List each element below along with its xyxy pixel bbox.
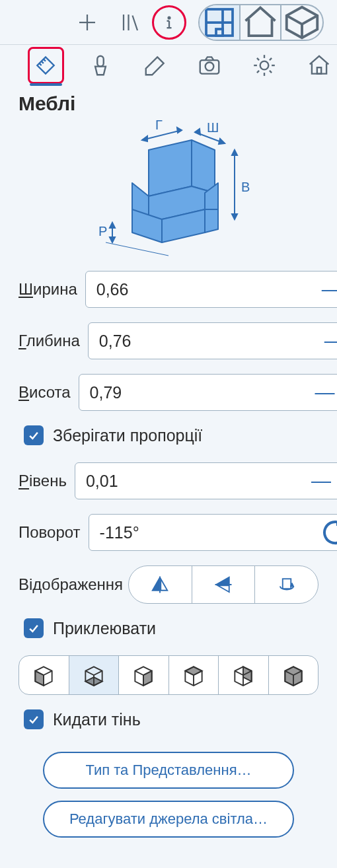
top-toolbar bbox=[0, 0, 337, 45]
rotate-input[interactable] bbox=[89, 514, 337, 551]
svg-marker-37 bbox=[205, 209, 218, 233]
svg-text:Ш: Ш bbox=[207, 120, 219, 135]
mirror-group bbox=[128, 565, 318, 604]
minus-icon[interactable]: — bbox=[318, 322, 337, 359]
svg-marker-49 bbox=[110, 237, 115, 242]
snap-back-icon[interactable] bbox=[169, 656, 219, 694]
proportions-label: Зберігати пропорції bbox=[53, 426, 202, 445]
svg-marker-81 bbox=[185, 667, 202, 675]
rotate-label: Поворот bbox=[19, 523, 89, 542]
svg-marker-71 bbox=[85, 677, 102, 686]
snap-top-icon[interactable] bbox=[269, 656, 318, 694]
tab-home[interactable] bbox=[301, 47, 337, 84]
svg-marker-48 bbox=[110, 223, 115, 228]
shadow-label: Кидати тінь bbox=[53, 710, 141, 729]
glue-label: Приклеювати bbox=[53, 619, 156, 638]
minus-icon[interactable]: — bbox=[316, 271, 337, 308]
svg-marker-46 bbox=[232, 214, 237, 219]
minus-icon[interactable]: — bbox=[305, 462, 337, 499]
level-label: Рівень bbox=[19, 472, 75, 490]
svg-point-19 bbox=[206, 62, 214, 71]
tab-materials[interactable] bbox=[83, 47, 119, 84]
tab-camera[interactable] bbox=[192, 47, 228, 84]
svg-text:В: В bbox=[241, 180, 250, 194]
svg-line-69 bbox=[94, 671, 102, 675]
svg-rect-61 bbox=[282, 579, 291, 589]
add-icon[interactable] bbox=[67, 3, 107, 42]
snap-left-icon[interactable] bbox=[19, 656, 69, 694]
snap-front-icon[interactable] bbox=[119, 656, 169, 694]
panel-title: Меблі bbox=[0, 86, 337, 115]
svg-marker-76 bbox=[143, 671, 152, 686]
svg-point-20 bbox=[260, 61, 269, 70]
svg-line-73 bbox=[135, 671, 144, 675]
svg-line-15 bbox=[44, 59, 46, 61]
svg-marker-91 bbox=[285, 667, 301, 686]
svg-text:Г: Г bbox=[155, 120, 163, 132]
svg-line-50 bbox=[106, 242, 168, 256]
property-tabs bbox=[0, 45, 337, 86]
svg-rect-17 bbox=[97, 56, 104, 67]
svg-rect-12 bbox=[216, 29, 223, 36]
mirror-label: Відображення bbox=[19, 575, 128, 594]
type-presentation-button[interactable]: Тип та Представлення… bbox=[43, 752, 294, 789]
dimension-diagram: Г Ш В Р bbox=[0, 115, 337, 271]
svg-marker-39 bbox=[142, 136, 147, 141]
svg-marker-57 bbox=[161, 579, 168, 591]
rotate-cw-icon[interactable] bbox=[319, 514, 337, 551]
svg-marker-59 bbox=[217, 577, 229, 584]
mirror-h-icon[interactable] bbox=[129, 566, 192, 603]
svg-line-64 bbox=[44, 671, 52, 675]
glue-checkbox[interactable] bbox=[24, 618, 44, 638]
svg-rect-29 bbox=[317, 67, 320, 74]
view-2d-icon[interactable] bbox=[200, 5, 241, 40]
svg-marker-60 bbox=[217, 585, 229, 592]
library-icon[interactable] bbox=[110, 3, 149, 42]
view-house-icon[interactable] bbox=[241, 5, 281, 40]
width-input[interactable]: — + bbox=[85, 271, 337, 308]
svg-line-25 bbox=[257, 58, 259, 60]
tab-sun[interactable] bbox=[246, 47, 283, 84]
mirror-v-icon[interactable] bbox=[192, 566, 256, 603]
edit-light-sources-button[interactable]: Редагувати джерела світла… bbox=[43, 801, 294, 838]
mirror-reset-icon[interactable] bbox=[255, 566, 318, 603]
snap-face-group bbox=[19, 655, 318, 695]
info-icon[interactable] bbox=[152, 5, 186, 40]
svg-line-83 bbox=[235, 671, 244, 675]
svg-marker-56 bbox=[153, 579, 159, 591]
depth-input[interactable]: — + bbox=[88, 322, 337, 359]
svg-line-16 bbox=[40, 63, 42, 65]
view-mode-pill bbox=[198, 4, 324, 41]
svg-marker-43 bbox=[219, 139, 225, 144]
snap-right-icon[interactable] bbox=[219, 656, 269, 694]
tab-dimensions[interactable] bbox=[28, 47, 64, 84]
level-input[interactable]: — + bbox=[75, 462, 337, 499]
snap-bottom-icon[interactable] bbox=[69, 656, 120, 694]
width-label: Ширина bbox=[19, 280, 85, 299]
svg-line-27 bbox=[257, 71, 259, 73]
svg-marker-40 bbox=[177, 127, 182, 133]
depth-label: Глибина bbox=[19, 332, 88, 350]
height-input[interactable]: — + bbox=[79, 374, 337, 411]
svg-marker-86 bbox=[243, 667, 252, 681]
svg-line-26 bbox=[270, 71, 272, 73]
tab-edit[interactable] bbox=[137, 47, 173, 84]
shadow-checkbox[interactable] bbox=[24, 709, 44, 729]
svg-line-14 bbox=[42, 61, 44, 63]
proportions-checkbox[interactable] bbox=[24, 425, 44, 445]
svg-point-5 bbox=[168, 17, 170, 18]
height-label: Висота bbox=[19, 383, 79, 402]
minus-icon[interactable]: — bbox=[309, 374, 337, 411]
svg-text:Р: Р bbox=[98, 224, 107, 238]
svg-line-28 bbox=[270, 58, 272, 60]
svg-marker-66 bbox=[36, 671, 44, 686]
view-3d-icon[interactable] bbox=[281, 5, 322, 40]
svg-line-68 bbox=[85, 671, 94, 675]
svg-marker-31 bbox=[192, 140, 215, 193]
svg-line-4 bbox=[133, 15, 138, 30]
svg-marker-45 bbox=[232, 150, 237, 155]
svg-marker-42 bbox=[195, 129, 200, 135]
